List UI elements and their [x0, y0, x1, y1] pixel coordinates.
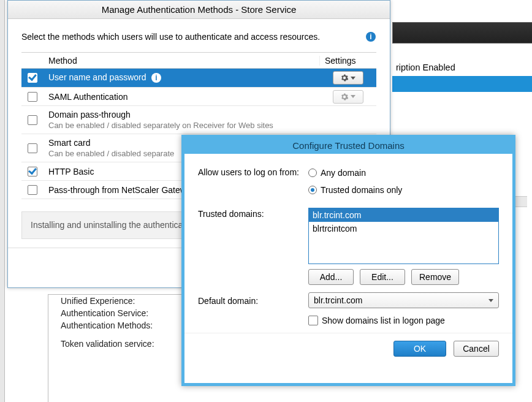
bg-toolbar-dark: [392, 22, 532, 44]
header-settings: Settings: [320, 56, 376, 66]
settings-username-password[interactable]: [333, 71, 363, 85]
settings-saml[interactable]: [333, 90, 363, 104]
method-label: Domain pass-through: [48, 110, 131, 119]
checkbox-saml[interactable]: [28, 92, 37, 102]
default-domain-label: Default domain:: [198, 295, 308, 306]
bg-left-strip: [0, 0, 5, 402]
method-sub: Can be enabled / disabled separately on …: [48, 121, 315, 130]
td-title[interactable]: Configure Trusted Domains: [184, 138, 512, 154]
trusted-domains-label: Trusted domains:: [198, 208, 308, 219]
method-label: HTTP Basic: [48, 167, 94, 176]
header-method: Method: [44, 56, 320, 66]
select-value: blr.trcint.com: [314, 295, 362, 305]
method-label: Smart card: [48, 138, 90, 148]
checkbox-smart-card[interactable]: [28, 143, 37, 153]
method-label: User name and password: [48, 72, 146, 82]
info-icon[interactable]: i: [151, 72, 162, 83]
default-domain-select[interactable]: blr.trcint.com: [308, 292, 499, 308]
add-domain-button[interactable]: Add...: [308, 269, 354, 285]
list-item[interactable]: blr.trcint.com: [309, 208, 498, 222]
svg-text:i: i: [370, 32, 371, 41]
method-row-saml[interactable]: SAML Authentication: [21, 88, 376, 106]
allow-logon-label: Allow users to log on from:: [198, 166, 308, 177]
cancel-button[interactable]: Cancel: [454, 341, 499, 357]
methods-table-header: Method Settings: [21, 53, 376, 69]
auth-intro-text: Select the methods which users will use …: [21, 32, 320, 42]
radio-any-domain[interactable]: Any domain: [308, 166, 499, 180]
ok-button[interactable]: OK: [393, 341, 446, 357]
subscription-enabled-label: ription Enabled: [392, 63, 455, 72]
chevron-down-icon: [351, 95, 355, 98]
bg-header-blue: ription Enabled: [392, 63, 532, 92]
bg-header-strip: ription Enabled: [392, 63, 532, 76]
radio-any-label: Any domain: [321, 168, 366, 178]
trusted-domains-dialog: Configure Trusted Domains Allow users to…: [181, 135, 515, 386]
chevron-down-icon: [351, 77, 355, 80]
auth-dialog-title[interactable]: Manage Authentication Methods - Store Se…: [8, 1, 390, 19]
chevron-down-icon: [488, 299, 493, 302]
svg-text:i: i: [156, 74, 158, 82]
method-row-domain-passthrough[interactable]: Domain pass-through Can be enabled / dis…: [21, 106, 376, 134]
checkbox-icon: [308, 316, 318, 325]
edit-domain-button[interactable]: Edit...: [360, 269, 405, 285]
checkbox-domain-passthrough[interactable]: [28, 115, 37, 125]
method-row-username-password[interactable]: User name and password i: [21, 69, 376, 88]
method-label: Pass-through from NetScaler Gatew: [48, 185, 186, 195]
list-item[interactable]: blrtrcintcom: [309, 222, 498, 235]
radio-icon: [308, 169, 317, 177]
method-label: SAML Authentication: [48, 92, 127, 102]
show-domains-checkbox[interactable]: Show domains list in logon page: [308, 316, 499, 325]
remove-domain-button[interactable]: Remove: [411, 269, 459, 285]
show-domains-label: Show domains list in logon page: [322, 316, 445, 325]
checkbox-username-password[interactable]: [28, 73, 37, 83]
checkbox-http-basic[interactable]: [28, 167, 37, 176]
radio-trusted-only[interactable]: Trusted domains only: [308, 183, 499, 197]
help-icon[interactable]: i: [365, 31, 376, 42]
checkbox-netscaler[interactable]: [28, 185, 37, 195]
radio-trusted-label: Trusted domains only: [321, 185, 402, 195]
trusted-domains-list[interactable]: blr.trcint.com blrtrcintcom: [308, 208, 499, 264]
radio-icon: [308, 186, 317, 194]
